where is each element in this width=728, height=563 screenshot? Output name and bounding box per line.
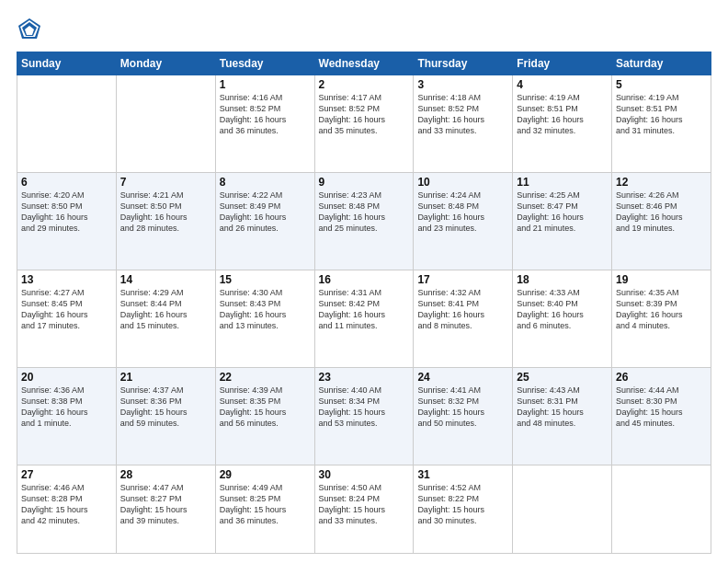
day-cell: 24Sunrise: 4:41 AM Sunset: 8:32 PM Dayli…: [414, 367, 513, 465]
day-cell: 3Sunrise: 4:18 AM Sunset: 8:52 PM Daylig…: [414, 75, 513, 173]
day-number: 13: [21, 273, 112, 286]
day-number: 6: [21, 176, 112, 189]
day-cell: 8Sunrise: 4:22 AM Sunset: 8:49 PM Daylig…: [215, 172, 314, 270]
day-number: 7: [120, 176, 211, 189]
day-cell: [612, 465, 711, 553]
calendar-table: SundayMondayTuesdayWednesdayThursdayFrid…: [17, 52, 711, 554]
col-header-tuesday: Tuesday: [215, 52, 314, 75]
day-info: Sunrise: 4:16 AM Sunset: 8:52 PM Dayligh…: [220, 92, 311, 137]
day-info: Sunrise: 4:33 AM Sunset: 8:40 PM Dayligh…: [517, 287, 608, 332]
day-info: Sunrise: 4:46 AM Sunset: 8:28 PM Dayligh…: [21, 482, 112, 527]
day-cell: 9Sunrise: 4:23 AM Sunset: 8:48 PM Daylig…: [314, 172, 414, 270]
day-number: 5: [616, 78, 707, 91]
header: [17, 17, 711, 42]
day-cell: 17Sunrise: 4:32 AM Sunset: 8:41 PM Dayli…: [414, 270, 513, 367]
day-number: 8: [220, 176, 311, 189]
day-number: 4: [517, 78, 608, 91]
day-cell: 5Sunrise: 4:19 AM Sunset: 8:51 PM Daylig…: [612, 75, 711, 173]
day-cell: 26Sunrise: 4:44 AM Sunset: 8:30 PM Dayli…: [612, 367, 711, 465]
day-info: Sunrise: 4:52 AM Sunset: 8:22 PM Dayligh…: [417, 482, 508, 527]
day-cell: 10Sunrise: 4:24 AM Sunset: 8:48 PM Dayli…: [414, 172, 513, 270]
day-number: 25: [517, 371, 608, 384]
day-cell: 31Sunrise: 4:52 AM Sunset: 8:22 PM Dayli…: [414, 465, 513, 553]
day-info: Sunrise: 4:36 AM Sunset: 8:38 PM Dayligh…: [21, 385, 112, 430]
day-cell: 14Sunrise: 4:29 AM Sunset: 8:44 PM Dayli…: [116, 270, 215, 367]
day-info: Sunrise: 4:20 AM Sunset: 8:50 PM Dayligh…: [21, 190, 112, 235]
day-info: Sunrise: 4:18 AM Sunset: 8:52 PM Dayligh…: [417, 92, 508, 137]
week-row-1: 1Sunrise: 4:16 AM Sunset: 8:52 PM Daylig…: [17, 75, 711, 173]
day-number: 30: [319, 468, 410, 481]
day-info: Sunrise: 4:19 AM Sunset: 8:51 PM Dayligh…: [517, 92, 608, 137]
day-info: Sunrise: 4:35 AM Sunset: 8:39 PM Dayligh…: [616, 287, 707, 332]
day-info: Sunrise: 4:47 AM Sunset: 8:27 PM Dayligh…: [120, 482, 211, 527]
day-info: Sunrise: 4:31 AM Sunset: 8:42 PM Dayligh…: [319, 287, 410, 332]
logo-icon: [17, 17, 42, 42]
day-cell: 15Sunrise: 4:30 AM Sunset: 8:43 PM Dayli…: [215, 270, 314, 367]
day-info: Sunrise: 4:26 AM Sunset: 8:46 PM Dayligh…: [616, 190, 707, 235]
day-info: Sunrise: 4:40 AM Sunset: 8:34 PM Dayligh…: [319, 385, 410, 430]
day-info: Sunrise: 4:17 AM Sunset: 8:52 PM Dayligh…: [319, 92, 410, 137]
day-cell: 11Sunrise: 4:25 AM Sunset: 8:47 PM Dayli…: [513, 172, 612, 270]
col-header-friday: Friday: [513, 52, 612, 75]
day-number: 1: [220, 78, 311, 91]
day-cell: [116, 75, 215, 173]
day-number: 19: [616, 273, 707, 286]
day-number: 21: [120, 371, 211, 384]
day-info: Sunrise: 4:44 AM Sunset: 8:30 PM Dayligh…: [616, 385, 707, 430]
day-info: Sunrise: 4:21 AM Sunset: 8:50 PM Dayligh…: [120, 190, 211, 235]
day-info: Sunrise: 4:24 AM Sunset: 8:48 PM Dayligh…: [417, 190, 508, 235]
week-row-2: 6Sunrise: 4:20 AM Sunset: 8:50 PM Daylig…: [17, 172, 711, 270]
day-cell: 18Sunrise: 4:33 AM Sunset: 8:40 PM Dayli…: [513, 270, 612, 367]
day-cell: [17, 75, 117, 173]
day-info: Sunrise: 4:32 AM Sunset: 8:41 PM Dayligh…: [417, 287, 508, 332]
day-number: 24: [417, 371, 508, 384]
day-number: 22: [220, 371, 311, 384]
day-cell: 2Sunrise: 4:17 AM Sunset: 8:52 PM Daylig…: [314, 75, 414, 173]
day-info: Sunrise: 4:29 AM Sunset: 8:44 PM Dayligh…: [120, 287, 211, 332]
day-cell: 7Sunrise: 4:21 AM Sunset: 8:50 PM Daylig…: [116, 172, 215, 270]
week-row-4: 20Sunrise: 4:36 AM Sunset: 8:38 PM Dayli…: [17, 367, 711, 465]
day-info: Sunrise: 4:37 AM Sunset: 8:36 PM Dayligh…: [120, 385, 211, 430]
header-row: SundayMondayTuesdayWednesdayThursdayFrid…: [17, 52, 711, 75]
day-number: 20: [21, 371, 112, 384]
day-number: 2: [319, 78, 410, 91]
day-number: 26: [616, 371, 707, 384]
day-info: Sunrise: 4:50 AM Sunset: 8:24 PM Dayligh…: [319, 482, 410, 527]
day-info: Sunrise: 4:19 AM Sunset: 8:51 PM Dayligh…: [616, 92, 707, 137]
day-number: 12: [616, 176, 707, 189]
day-number: 9: [319, 176, 410, 189]
day-number: 10: [417, 176, 508, 189]
day-number: 15: [220, 273, 311, 286]
day-number: 23: [319, 371, 410, 384]
day-info: Sunrise: 4:23 AM Sunset: 8:48 PM Dayligh…: [319, 190, 410, 235]
col-header-sunday: Sunday: [17, 52, 117, 75]
day-cell: 27Sunrise: 4:46 AM Sunset: 8:28 PM Dayli…: [17, 465, 117, 553]
day-info: Sunrise: 4:27 AM Sunset: 8:45 PM Dayligh…: [21, 287, 112, 332]
day-cell: 19Sunrise: 4:35 AM Sunset: 8:39 PM Dayli…: [612, 270, 711, 367]
day-cell: 29Sunrise: 4:49 AM Sunset: 8:25 PM Dayli…: [215, 465, 314, 553]
day-cell: 1Sunrise: 4:16 AM Sunset: 8:52 PM Daylig…: [215, 75, 314, 173]
day-info: Sunrise: 4:25 AM Sunset: 8:47 PM Dayligh…: [517, 190, 608, 235]
logo: [17, 17, 46, 42]
day-info: Sunrise: 4:39 AM Sunset: 8:35 PM Dayligh…: [220, 385, 311, 430]
col-header-thursday: Thursday: [414, 52, 513, 75]
day-cell: 4Sunrise: 4:19 AM Sunset: 8:51 PM Daylig…: [513, 75, 612, 173]
day-cell: 13Sunrise: 4:27 AM Sunset: 8:45 PM Dayli…: [17, 270, 117, 367]
day-cell: 6Sunrise: 4:20 AM Sunset: 8:50 PM Daylig…: [17, 172, 117, 270]
day-number: 17: [417, 273, 508, 286]
page: SundayMondayTuesdayWednesdayThursdayFrid…: [0, 0, 728, 563]
day-info: Sunrise: 4:30 AM Sunset: 8:43 PM Dayligh…: [220, 287, 311, 332]
day-number: 31: [417, 468, 508, 481]
day-info: Sunrise: 4:41 AM Sunset: 8:32 PM Dayligh…: [417, 385, 508, 430]
day-cell: [513, 465, 612, 553]
day-number: 11: [517, 176, 608, 189]
day-number: 14: [120, 273, 211, 286]
day-cell: 23Sunrise: 4:40 AM Sunset: 8:34 PM Dayli…: [314, 367, 414, 465]
day-cell: 25Sunrise: 4:43 AM Sunset: 8:31 PM Dayli…: [513, 367, 612, 465]
day-cell: 28Sunrise: 4:47 AM Sunset: 8:27 PM Dayli…: [116, 465, 215, 553]
day-number: 18: [517, 273, 608, 286]
col-header-monday: Monday: [116, 52, 215, 75]
day-cell: 16Sunrise: 4:31 AM Sunset: 8:42 PM Dayli…: [314, 270, 414, 367]
day-number: 29: [220, 468, 311, 481]
day-number: 28: [120, 468, 211, 481]
